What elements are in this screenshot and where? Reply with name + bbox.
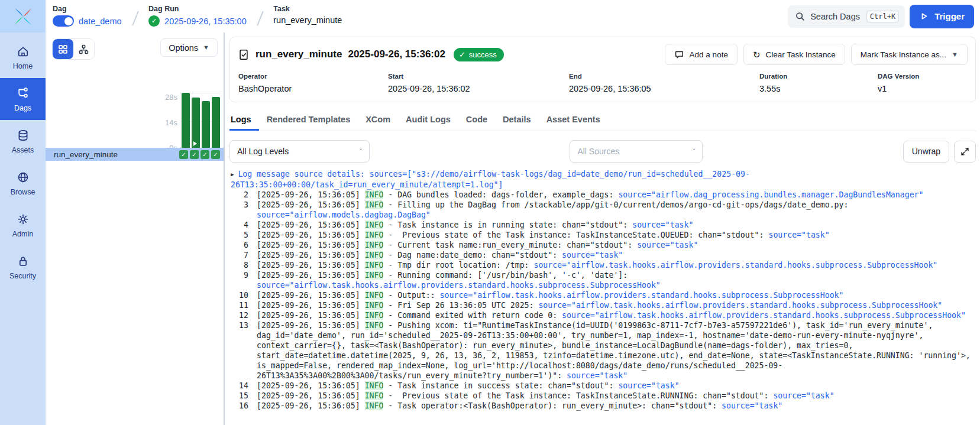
log-line-number: 8 xyxy=(231,260,248,270)
log-source-link[interactable]: source="airflow.task.hooks.airflow.provi… xyxy=(538,301,942,310)
tab-audit-logs[interactable]: Audit Logs xyxy=(398,109,458,131)
tab-rendered-templates[interactable]: Rendered Templates xyxy=(259,109,358,131)
breadcrumb-dag: Dag date_demo xyxy=(53,5,122,27)
log-line-content: [2025-09-26, 15:36:05] INFO - Tmp dir ro… xyxy=(257,260,976,270)
sidebar-item-home[interactable]: Home xyxy=(0,36,46,78)
refresh-icon: ↻ xyxy=(753,50,761,59)
log-source-link[interactable]: source="airflow.dag_processing.bundles.m… xyxy=(618,190,923,199)
log-line: 13[2025-09-26, 15:36:05] INFO - Pushing … xyxy=(231,320,976,381)
log-source-link[interactable]: source="task" xyxy=(618,381,679,390)
mark-as-label: Mark Task Instance as... xyxy=(861,50,946,59)
breadcrumb: Dag date_demo Dag Run ✓ 2025-09-26, 15:3… xyxy=(46,0,342,33)
log-source-link[interactable]: source="airflow.task.hooks.airflow.provi… xyxy=(562,311,966,320)
log-line-number: 14 xyxy=(231,381,248,391)
browse-icon xyxy=(17,171,30,184)
log-source-link[interactable]: source="task" xyxy=(632,220,693,229)
dag-run-link[interactable]: 2025-09-26, 15:35:00 xyxy=(164,17,247,26)
log-line-content: [2025-09-26, 15:36:05] INFO - Previous s… xyxy=(257,391,976,401)
grid-view-button[interactable] xyxy=(53,39,73,59)
clear-task-instance-button[interactable]: ↻ Clear Task Instance xyxy=(743,44,845,65)
dag-pause-toggle[interactable] xyxy=(53,15,74,27)
duration-chart: 28s 14s 0s xyxy=(165,89,220,149)
log-source-link[interactable]: source="airflow.task.hooks.airflow.provi… xyxy=(257,281,661,290)
log-line: 10[2025-09-26, 15:36:05] INFO - Output::… xyxy=(231,290,976,300)
task-state-success-square[interactable]: ✓ xyxy=(179,150,188,159)
log-level-info: INFO xyxy=(365,401,384,410)
duration-axis: 28s 14s 0s xyxy=(165,93,177,153)
tab-code[interactable]: Code xyxy=(458,109,495,131)
duration-bar[interactable] xyxy=(212,97,220,149)
duration-bar[interactable] xyxy=(202,101,210,149)
dag-run-label: Dag Run xyxy=(148,5,247,13)
sidebar-item-assets[interactable]: Assets xyxy=(0,120,46,162)
task-row-run-every-minute[interactable]: run_every_minute ✓✓✓✓ xyxy=(46,148,224,161)
trigger-button[interactable]: Trigger xyxy=(910,5,974,28)
log-timestamp: [2025-09-26, 15:36:05] xyxy=(257,231,360,239)
grid-panel: Options ▼ 28s 14s 0s run_every_minute ✓✓… xyxy=(46,33,224,425)
options-button[interactable]: Options ▼ xyxy=(160,38,218,57)
sidebar-item-label: Home xyxy=(13,62,33,70)
task-instance-card: run_every_minute 2025-09-26, 15:36:02 ✓ … xyxy=(229,37,976,102)
mark-task-instance-as-button[interactable]: Mark Task Instance as... ▼ xyxy=(851,44,968,65)
running-marker-icon xyxy=(193,141,197,146)
add-note-button[interactable]: Add a note xyxy=(665,44,738,65)
tab-asset-events[interactable]: Asset Events xyxy=(539,109,608,131)
graph-view-button[interactable] xyxy=(73,39,94,59)
meta-value: 3.55s xyxy=(759,84,878,93)
status-badge-label: success xyxy=(469,50,497,59)
log-level-select-value: All Log Levels xyxy=(237,147,289,156)
log-source-link[interactable]: source="airflow.task.hooks.airflow.provi… xyxy=(440,291,844,300)
search-shortcut-kbd: Ctrl+K xyxy=(866,11,899,22)
log-line: 6[2025-09-26, 15:36:05] INFO - Current t… xyxy=(231,240,976,250)
log-line: 12[2025-09-26, 15:36:05] INFO - Command … xyxy=(231,310,976,320)
log-line-content: [2025-09-26, 15:36:05] INFO - Filling up… xyxy=(257,200,976,220)
tab-bar: LogsRendered TemplatesXComAudit LogsCode… xyxy=(229,109,976,131)
log-source-select[interactable]: All Sources ˇ xyxy=(570,140,703,163)
log-source-link[interactable]: source="task" xyxy=(567,371,628,380)
tab-details[interactable]: Details xyxy=(495,109,539,131)
log-level-info: INFO xyxy=(365,301,384,310)
duration-bar[interactable] xyxy=(182,93,190,149)
log-timestamp: [2025-09-26, 15:36:05] xyxy=(257,220,360,229)
sidebar-item-dags[interactable]: Dags xyxy=(0,78,46,120)
meta-label: Operator xyxy=(238,73,388,80)
log-source-link[interactable]: source="airflow.models.dagbag.DagBag" xyxy=(257,210,431,219)
log-source-link[interactable]: source="task" xyxy=(768,231,829,239)
tab-logs[interactable]: Logs xyxy=(229,109,259,131)
meta-field-end: End2025-09-26, 15:36:05 xyxy=(569,73,759,93)
log-line-content: [2025-09-26, 15:36:05] INFO - Command ex… xyxy=(257,310,976,320)
note-icon xyxy=(674,50,684,60)
airflow-logo[interactable] xyxy=(0,0,46,33)
log-timestamp: [2025-09-26, 15:36:05] xyxy=(257,301,360,310)
log-line: 5[2025-09-26, 15:36:05] INFO - Previous … xyxy=(231,230,976,240)
log-line: 15[2025-09-26, 15:36:05] INFO - Previous… xyxy=(231,391,976,401)
log-source-summary[interactable]: ▶Log message source details: sources=["s… xyxy=(231,169,976,190)
sidebar-item-security[interactable]: Security xyxy=(0,246,46,288)
log-level-select[interactable]: All Log Levels ˇ xyxy=(229,140,370,163)
log-line: 3[2025-09-26, 15:36:05] INFO - Filling u… xyxy=(231,200,976,220)
unwrap-button[interactable]: Unwrap xyxy=(903,141,949,163)
log-timestamp: [2025-09-26, 15:36:05] xyxy=(257,311,360,320)
log-timestamp: [2025-09-26, 15:36:05] xyxy=(257,190,360,199)
search-input[interactable]: Search Dags Ctrl+K xyxy=(788,5,905,28)
task-instance-timestamp: 2025-09-26, 15:36:02 xyxy=(348,48,445,60)
log-source-link[interactable]: source="task" xyxy=(773,391,834,400)
fullscreen-expand-button[interactable] xyxy=(954,141,976,163)
log-line-number: 4 xyxy=(231,220,248,230)
log-source-link[interactable]: source="airflow.task.hooks.airflow.provi… xyxy=(533,261,937,270)
task-state-success-square[interactable]: ✓ xyxy=(190,150,199,159)
log-level-info: INFO xyxy=(365,291,384,300)
task-state-success-square[interactable]: ✓ xyxy=(211,150,220,159)
dag-link[interactable]: date_demo xyxy=(79,17,122,26)
duration-bar[interactable] xyxy=(192,98,200,149)
log-level-info: INFO xyxy=(365,311,384,320)
log-source-link[interactable]: source="task" xyxy=(562,251,623,259)
sidebar-item-browse[interactable]: Browse xyxy=(0,162,46,204)
log-source-link[interactable]: source="task" xyxy=(722,401,782,410)
log-line: 4[2025-09-26, 15:36:05] INFO - Task inst… xyxy=(231,220,976,230)
log-source-link[interactable]: source="task" xyxy=(637,241,698,249)
task-state-success-square[interactable]: ✓ xyxy=(200,150,209,159)
tab-xcom[interactable]: XCom xyxy=(358,109,398,131)
sidebar-item-admin[interactable]: Admin xyxy=(0,204,46,246)
dag-run-success-icon: ✓ xyxy=(148,15,160,27)
